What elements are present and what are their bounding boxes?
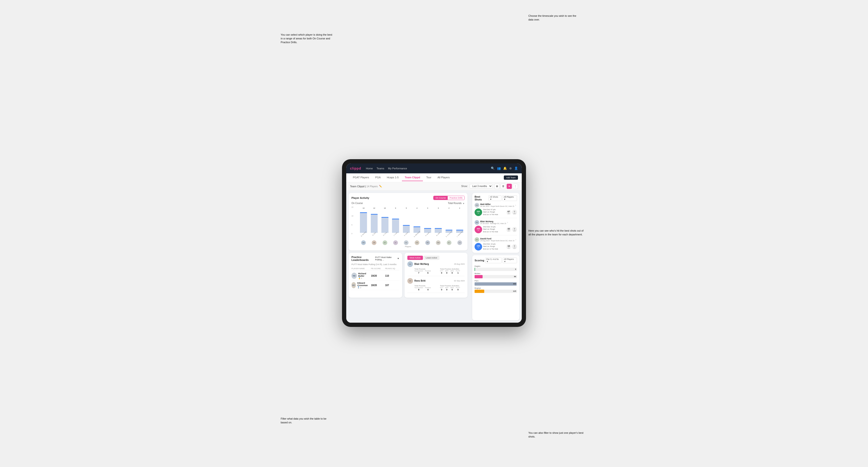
- activity-stats-1: Total Rounds Tournament 7 Practice: [407, 268, 465, 274]
- avatar-8: MM: [436, 240, 441, 245]
- arg-val-2: 0: [450, 288, 454, 291]
- practice-values-1: GTT 0 APP 0: [440, 270, 465, 274]
- most-active-tab[interactable]: Most Active: [407, 256, 423, 260]
- shot-details-3: 198 SG Shot Dist: 16 yds Start Lie: Roug…: [474, 243, 517, 250]
- bogeys-label: Bogeys: [474, 287, 517, 289]
- player-rank-2: 2: [360, 286, 361, 289]
- bar-chart: 15 10 5 0 13 B. McHarg: [351, 206, 465, 239]
- avatar-7: RB: [425, 240, 430, 245]
- shot-chevron-1[interactable]: ›: [515, 204, 516, 207]
- gtt-val-2: 0: [440, 288, 443, 291]
- shot-avatar-2: BM: [474, 220, 479, 225]
- player-avatar-2: EC: [351, 282, 356, 288]
- activity-card: Most Active Least Active BM Blair McHarg…: [404, 253, 467, 298]
- shot-metric-dist-1: 67 yds: [506, 210, 512, 215]
- annotation-filter: Filter what data you wish the table to b…: [281, 417, 333, 425]
- shot-chevron-3[interactable]: ›: [516, 238, 516, 241]
- shot-chevron-2[interactable]: ›: [507, 221, 508, 224]
- tab-tour[interactable]: Tour: [423, 174, 434, 181]
- shot-player-header-3: DF David Ford 24 Aug 2023 · Royal North …: [474, 237, 517, 242]
- chart-dropdown-icon[interactable]: ▼: [463, 203, 465, 205]
- shot-metric-val-zero-3: 0: [514, 245, 516, 247]
- nav-home[interactable]: Home: [366, 167, 373, 170]
- avatars-row: BM BB DF JC EE GB RB MM EC LR: [351, 239, 465, 245]
- bar-value-1: 13: [363, 207, 365, 209]
- practice-drills-toggle[interactable]: Practice Drills: [448, 196, 464, 200]
- grid-icon[interactable]: ⊞: [494, 184, 500, 189]
- leaderboard-dropdown[interactable]: PUTT Must Make Putting ... ▼: [375, 256, 399, 261]
- bar-group-9: 2 E. Crossman: [444, 207, 454, 235]
- chart-controls: On Course Total Rounds ▼: [351, 202, 465, 206]
- settings-icon[interactable]: ⋮: [513, 184, 518, 189]
- bogeys-val: 115: [513, 290, 516, 292]
- gtt-val-1: 0: [440, 272, 443, 274]
- leaderboard-row-2: EC Edward Crossman 🥈 2: [351, 281, 399, 290]
- shot-badge-sub-2: SG: [477, 230, 479, 231]
- on-course-toggle[interactable]: On Course: [434, 196, 448, 200]
- tablet-frame: clippd Home Teams My Performance 🔍 👥 🔔 ⊕…: [342, 159, 526, 327]
- player-count: 14 Players: [367, 185, 378, 188]
- shot-metric-dist-2: 43 yds: [506, 227, 512, 232]
- bell-icon[interactable]: 🔔: [503, 166, 507, 170]
- shot-badge-1: 200 SG: [474, 209, 482, 216]
- all-players-filter[interactable]: All Players ▼: [502, 195, 517, 201]
- shot-row-2: BM Blair McHarg 23 Jul 2023 · Ashridge G…: [474, 220, 517, 236]
- bar-group-2: 12 B. Britt: [369, 207, 379, 235]
- bar-value-4: 9: [395, 207, 396, 209]
- shot-metric-label-dist-2: yds: [507, 230, 510, 231]
- time-period-select[interactable]: Last 3 months Last 6 months Last year: [470, 184, 493, 188]
- practice-label-1: Practice: [425, 270, 431, 272]
- user-avatar-icon[interactable]: 👤: [514, 166, 518, 170]
- leaderboard-header: Practice Leaderboards PUTT Must Make Put…: [351, 256, 399, 261]
- edit-team-icon[interactable]: ✏️: [379, 185, 382, 187]
- tab-pga[interactable]: PGA: [372, 174, 383, 181]
- tab-all-players[interactable]: All Players: [435, 174, 453, 181]
- shot-metric-val-zero-1: 0: [514, 210, 516, 213]
- total-rounds-label-1: Total Rounds: [414, 268, 439, 270]
- arg-label-2: ARG: [450, 287, 454, 288]
- par-filter[interactable]: Par 3, 4 & 5s ▼: [485, 257, 502, 263]
- avatar-3: DF: [382, 240, 387, 245]
- bar-value-9: 2: [448, 207, 450, 209]
- par-filter-label: Par 3, 4 & 5s: [486, 258, 499, 260]
- gtt-label-2: GTT: [440, 287, 443, 288]
- scoring-bogeys-row: Bogeys 115: [474, 287, 517, 293]
- scoring-header: Scoring Par 3, 4 & 5s ▼ All Players ▼: [474, 257, 517, 263]
- y-axis: 15 10 5 0: [351, 206, 353, 235]
- annotation-filter-player: You can also filter to show just one pla…: [528, 431, 585, 439]
- subheader: Team Clippd | 14 Players ✏️ Show: Last 3…: [346, 182, 522, 191]
- shot-metric-val-dist-3: 16: [507, 245, 510, 247]
- heart-icon[interactable]: ♥: [507, 184, 512, 189]
- shot-player-sub-2: 23 Jul 2023 · Ashridge GC, Hole 15: [480, 223, 506, 224]
- shot-player-sub-1: 09 Jun 2023 · Royal North Devon GC, Hole…: [480, 206, 514, 207]
- total-rounds-label-2: Total Rounds: [414, 285, 439, 287]
- tab-team-clippd[interactable]: Team Clippd: [402, 174, 423, 181]
- tab-hcaps[interactable]: Hcaps 1-5: [384, 174, 401, 181]
- shot-metric-label-zero-2: yds: [514, 230, 516, 231]
- activity-player-name-1: Blair McHarg: [414, 263, 429, 266]
- shot-player-sub-3: 24 Aug 2023 · Royal North Devon GC, Hole…: [480, 240, 515, 242]
- activity-row-1: BM Blair McHarg 26 Aug 2023 Total Rounds: [407, 261, 465, 276]
- practice-val-1: 6: [425, 272, 431, 274]
- plus-circle-icon[interactable]: ⊕: [509, 166, 512, 170]
- people-icon[interactable]: 👥: [497, 166, 501, 170]
- shot-metric-val-dist-1: 67: [507, 210, 510, 213]
- list-icon[interactable]: ☰: [500, 184, 506, 189]
- tab-pgat-players[interactable]: PGAT Players: [350, 174, 372, 181]
- shots-filter[interactable]: All Shots ▼: [489, 195, 501, 201]
- scoring-players-filter[interactable]: All Players ▼: [503, 257, 517, 263]
- right-panel: Best Shots All Shots ▼ All Players ▼: [470, 191, 522, 323]
- y-label-10: 10: [351, 215, 353, 217]
- search-icon[interactable]: 🔍: [491, 166, 495, 170]
- arg-val-1: 0: [450, 272, 454, 274]
- app-val-2: 0: [445, 288, 448, 291]
- y-label-15: 15: [351, 206, 353, 208]
- course-toggle: On Course Practice Drills: [433, 196, 465, 200]
- add-team-button[interactable]: Add Team: [504, 176, 518, 180]
- bottom-panels: Practice Leaderboards PUTT Must Make Put…: [349, 253, 467, 298]
- avatar-9: EC: [447, 240, 452, 245]
- nav-my-performance[interactable]: My Performance: [388, 167, 407, 170]
- least-active-tab[interactable]: Least Active: [423, 256, 440, 260]
- nav-teams[interactable]: Teams: [377, 167, 384, 170]
- putt-label-2: PUTT: [456, 287, 460, 288]
